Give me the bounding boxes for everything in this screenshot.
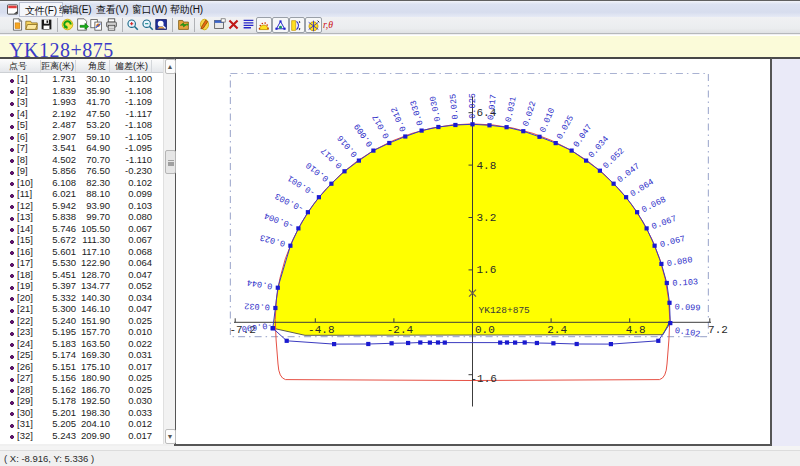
svg-text:0.030: 0.030 — [428, 95, 443, 122]
svg-text:YK128+875: YK128+875 — [479, 305, 531, 316]
svg-text:0.032: 0.032 — [244, 300, 270, 311]
svg-text:0.033: 0.033 — [408, 99, 425, 127]
svg-text:0.047: 0.047 — [615, 161, 642, 185]
svg-text:0.025: 0.025 — [448, 93, 461, 120]
svg-text:0.102: 0.102 — [674, 326, 701, 340]
svg-text:-0.003: -0.003 — [273, 191, 305, 214]
svg-text:-1.6: -1.6 — [471, 373, 497, 385]
svg-text:0.012: 0.012 — [389, 105, 408, 133]
svg-text:0.067: 0.067 — [659, 234, 686, 250]
svg-text:0.031: 0.031 — [504, 96, 519, 123]
svg-text:0.068: 0.068 — [640, 195, 668, 215]
svg-text:0.017: 0.017 — [371, 113, 392, 140]
svg-text:3.2: 3.2 — [477, 212, 497, 224]
svg-text:0.009: 0.009 — [352, 122, 375, 149]
svg-text:0.025: 0.025 — [469, 93, 479, 119]
svg-text:-4.8: -4.8 — [308, 324, 334, 336]
svg-text:1.6: 1.6 — [477, 264, 497, 276]
svg-text:4.8: 4.8 — [477, 160, 497, 172]
svg-text:0.0: 0.0 — [475, 324, 495, 336]
svg-text:-0.004: -0.004 — [263, 210, 295, 230]
svg-text:0.010: 0.010 — [538, 106, 557, 134]
svg-text:7.2: 7.2 — [708, 324, 728, 336]
svg-text:0.047: 0.047 — [571, 123, 594, 150]
svg-text:-0.690: -0.690 — [241, 320, 273, 334]
svg-text:0.034: 0.034 — [587, 134, 611, 160]
svg-text:-2.4: -2.4 — [387, 324, 414, 336]
svg-text:0.017: 0.017 — [319, 145, 345, 170]
svg-text:0.025: 0.025 — [555, 114, 576, 141]
svg-text:0.010: 0.010 — [304, 160, 331, 184]
svg-text:0.017: 0.017 — [486, 94, 499, 121]
svg-text:-0.001: -0.001 — [286, 173, 318, 198]
svg-text:0.067: 0.067 — [650, 214, 678, 232]
svg-text:4.8: 4.8 — [626, 324, 646, 336]
svg-text:0.044: 0.044 — [246, 277, 273, 291]
svg-text:0.064: 0.064 — [629, 177, 656, 199]
svg-text:0.052: 0.052 — [601, 146, 627, 171]
svg-text:2.4: 2.4 — [547, 324, 567, 336]
svg-text:0.023: 0.023 — [259, 232, 286, 248]
svg-text:0.016: 0.016 — [335, 133, 359, 159]
svg-text:0.080: 0.080 — [666, 255, 693, 269]
svg-text:0.103: 0.103 — [672, 277, 698, 288]
svg-text:0.099: 0.099 — [674, 302, 700, 313]
svg-text:0.022: 0.022 — [521, 100, 538, 128]
